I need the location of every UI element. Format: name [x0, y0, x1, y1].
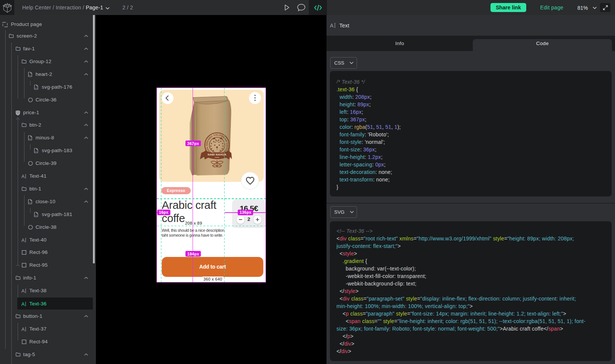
svg-text:A: A — [21, 237, 25, 243]
svg-text:A: A — [21, 174, 25, 179]
svg-text:A: A — [21, 326, 25, 332]
svg-text:A: A — [21, 288, 25, 294]
svg-text:A: A — [21, 302, 25, 307]
svg-text:A: A — [330, 23, 334, 29]
